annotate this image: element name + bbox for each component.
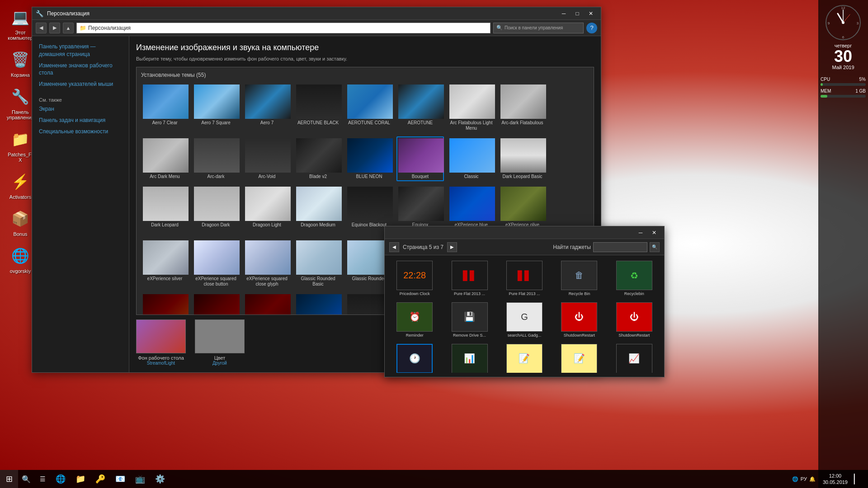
gadget-item-7[interactable]: G searchALL Gadg... <box>498 300 551 340</box>
theme-item-16[interactable]: Dark Leopard <box>141 185 189 235</box>
gadget-preview-12: 📝 <box>506 344 542 373</box>
taskbar-mail-icon[interactable]: 📧 <box>110 470 130 488</box>
show-desktop-button[interactable]: ▏ <box>851 474 863 484</box>
theme-preview-5 <box>398 84 444 119</box>
gadget-item-13[interactable]: 📝 Sticky Notes On... <box>553 342 605 373</box>
theme-name-18: Dragoon Light <box>245 222 289 228</box>
accessibility-link[interactable]: Специальные возможности <box>39 128 122 136</box>
desktop-icon-label-basket: Корзина <box>11 72 30 78</box>
maximize-button[interactable]: □ <box>571 9 584 19</box>
gadgets-search-input[interactable] <box>593 242 647 252</box>
theme-item-4[interactable]: AEROTUNE CORAL <box>345 83 393 133</box>
theme-item-32[interactable]: HUD Machine Burnt Orange <box>141 292 189 315</box>
gadget-item-11[interactable]: 📊 Stats <box>443 342 495 373</box>
gadget-name-5: Reminder <box>406 333 424 338</box>
svg-line-5 <box>838 14 843 23</box>
theme-item-15[interactable]: Dark Leopard Basic <box>499 136 546 181</box>
gadgets-search-button[interactable]: 🔍 <box>650 242 660 252</box>
theme-item-8[interactable]: Arc Dark Menu <box>141 136 189 181</box>
theme-item-26[interactable]: eXPerience squared close glyph <box>243 239 291 289</box>
search-button[interactable]: 🔍 <box>18 470 34 488</box>
screen-link[interactable]: Экран <box>39 105 122 113</box>
theme-item-19[interactable]: Dragoon Medium <box>294 185 342 235</box>
search-bar[interactable]: 🔍 Поиск в панели управления <box>493 23 584 33</box>
gadget-preview-9: ⏻ <box>616 302 652 332</box>
theme-preview-17 <box>194 187 240 221</box>
desktop-icon-img-control-panel: 🔧 <box>9 86 31 108</box>
theme-item-3[interactable]: AEROTUNE BLACK <box>294 83 342 133</box>
theme-item-10[interactable]: Arc-Void <box>243 136 291 181</box>
icons-link[interactable]: Изменение значков рабочего стола <box>39 62 122 77</box>
theme-item-27[interactable]: Glassic Rounded Basic <box>294 239 342 289</box>
desktop: 💻 Этот компьютер 🗑️ Корзина 🔧 Панель упр… <box>0 0 868 488</box>
gadget-item-10[interactable]: 🕐 StarCraft II Clock <box>388 342 441 373</box>
gadget-item-1[interactable]: ▋▋ Pure Flat 2013 ... <box>443 259 495 298</box>
theme-item-5[interactable]: AEROTUNE <box>396 83 444 133</box>
help-button[interactable]: ? <box>586 23 597 33</box>
clock-widget: 12 3 6 9 четверг 30 Май 2019 <box>821 5 866 70</box>
wallpaper-label: Фон рабочего стола <box>138 355 184 361</box>
theme-item-6[interactable]: Arc Flatabulous Light Menu <box>448 83 495 133</box>
gadget-item-4[interactable]: ♻ Recyclebin <box>608 259 660 298</box>
theme-item-9[interactable]: Arc-dark <box>192 136 240 181</box>
theme-item-35[interactable]: HUD <box>294 292 342 315</box>
wallpaper-section[interactable]: Фон рабочего стола StreamofLight <box>136 319 186 366</box>
gadget-preview-2: ▋▋ <box>506 261 542 290</box>
taskbar-link[interactable]: Панель задач и навигация <box>39 117 122 124</box>
theme-item-13[interactable]: Bouquet <box>396 136 444 181</box>
taskbar-store-icon[interactable]: 🔑 <box>90 470 110 488</box>
wallpaper-sublabel[interactable]: StreamofLight <box>147 361 175 366</box>
mouse-link[interactable]: Изменение указателей мыши <box>39 80 122 88</box>
theme-item-1[interactable]: Aero 7 Square <box>192 83 240 133</box>
gadgets-next-button[interactable]: ▶ <box>447 242 457 252</box>
gadget-item-5[interactable]: ⏰ Reminder <box>388 300 441 340</box>
address-bar[interactable]: 📁 Персонализация <box>76 23 491 33</box>
gadget-item-3[interactable]: 🗑 Recycle Bin <box>553 259 605 298</box>
up-button[interactable]: ▲ <box>63 23 74 33</box>
theme-item-11[interactable]: Blade v2 <box>294 136 342 181</box>
gadget-item-2[interactable]: ▋▋ Pure Flat 2013 ... <box>498 259 551 298</box>
gadgets-prev-button[interactable]: ◀ <box>389 242 399 252</box>
gadgets-minimize-button[interactable]: ─ <box>634 228 647 238</box>
forward-button[interactable]: ▶ <box>49 23 60 33</box>
gadget-item-12[interactable]: 📝 Sticky Notes <box>498 342 551 373</box>
theme-item-34[interactable]: HUD Red <box>243 292 291 315</box>
svg-text:9: 9 <box>828 21 830 25</box>
gadget-preview-1: ▋▋ <box>452 261 488 290</box>
color-label: Цвет <box>214 355 226 361</box>
theme-item-14[interactable]: Classic <box>448 136 495 181</box>
gadget-item-8[interactable]: ⏻ ShutdownRestart <box>553 300 605 340</box>
taskbar-settings-icon[interactable]: ⚙️ <box>150 470 170 488</box>
color-section[interactable]: Цвет Другой <box>195 319 245 366</box>
gadgets-close-button[interactable]: ✕ <box>648 228 660 238</box>
theme-item-25[interactable]: eXPerience squared close button <box>192 239 240 289</box>
start-button[interactable]: ⊞ <box>0 470 18 488</box>
theme-item-2[interactable]: Aero 7 <box>243 83 291 133</box>
theme-item-33[interactable]: HUD Machine Launch <box>192 292 240 315</box>
gadget-item-0[interactable]: 22:28 Pricedown Clock <box>388 259 441 298</box>
taskbar-media-icon[interactable]: 📺 <box>130 470 150 488</box>
close-button[interactable]: ✕ <box>585 9 597 19</box>
theme-item-7[interactable]: Arc-dark Flatabulous <box>499 83 546 133</box>
theme-item-24[interactable]: eXPerience silver <box>141 239 189 289</box>
home-link[interactable]: Панель управления — домашняя страница <box>39 43 122 58</box>
back-button[interactable]: ◀ <box>36 23 47 33</box>
taskbar-ie-icon[interactable]: 🌐 <box>51 470 71 488</box>
theme-preview-6 <box>449 84 495 119</box>
task-view-button[interactable]: ☰ <box>34 470 51 488</box>
theme-item-0[interactable]: Aero 7 Clear <box>141 83 189 133</box>
color-sublabel[interactable]: Другой <box>212 361 227 366</box>
theme-item-12[interactable]: BLUE NEON <box>345 136 393 181</box>
gadget-item-6[interactable]: 💾 Remove Drive S... <box>443 300 495 340</box>
theme-item-18[interactable]: Dragoon Light <box>243 185 291 235</box>
gadgets-toolbar: ◀ Страница 5 из 7 ▶ Найти гаджеты 🔍 <box>385 239 664 255</box>
theme-name-16: Dark Leopard <box>143 222 187 228</box>
theme-item-17[interactable]: Dragoon Dark <box>192 185 240 235</box>
theme-preview-35 <box>296 294 342 315</box>
minimize-button[interactable]: ─ <box>557 9 570 19</box>
gadget-item-14[interactable]: 📈 System Monitor Il <box>608 342 660 373</box>
gadget-item-9[interactable]: ⏻ ShutdownRestart <box>608 300 660 340</box>
taskbar-explorer-icon[interactable]: 📁 <box>71 470 90 488</box>
left-panel: Панель управления — домашняя страница Из… <box>32 36 129 372</box>
taskbar-clock[interactable]: 12:00 30.05.2019 <box>819 473 851 486</box>
